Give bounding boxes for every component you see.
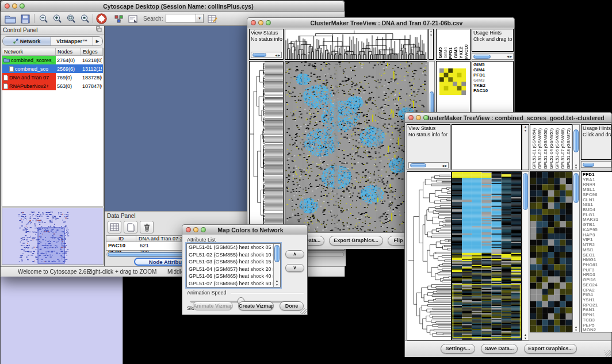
zoom-out-icon[interactable]	[37, 13, 50, 24]
zoom-button[interactable]	[423, 115, 429, 120]
network-overview[interactable]	[2, 208, 104, 265]
title-bar[interactable]: Cytoscape Desktop (Session Name: collins…	[1, 1, 345, 12]
view-status-text: No status info for	[250, 36, 283, 42]
horizontal-scrollbar[interactable]: ◀▶	[251, 52, 282, 58]
attribute-item[interactable]: GPL51-02 (GSM855) heat shock 10 min	[187, 251, 280, 259]
vertical-scrollbar[interactable]: ▲▼	[572, 171, 580, 332]
zoom-selected-icon[interactable]	[79, 13, 91, 24]
minimize-button[interactable]	[193, 227, 198, 232]
settings-button[interactable]: Settings...	[441, 344, 475, 354]
help-icon[interactable]	[95, 13, 108, 24]
array-labels: GPL51-01 (GSM854)GPL51-02 (GSM855)GPL51-…	[530, 124, 572, 170]
scrollbar-thumb[interactable]	[573, 173, 579, 203]
map-colors-dialog: Map Colors to Network Attribute List GPL…	[182, 224, 308, 315]
close-button[interactable]	[186, 227, 191, 232]
close-button[interactable]	[5, 3, 10, 9]
tab-network[interactable]: Network	[3, 37, 51, 45]
scrollbar-thumb[interactable]	[583, 163, 594, 167]
attribute-item[interactable]: GPL51-03 (GSM856) heat shock 15 min	[187, 258, 280, 266]
scroll-up-icon[interactable]: ▲	[276, 279, 278, 282]
network-row[interactable]: combined_scores_ 2764(0) 16218(0)	[2, 56, 103, 64]
view-status-panel: View Status No status info for ◀▶	[249, 29, 284, 60]
zoom-fit-icon[interactable]	[65, 13, 78, 24]
move-down-button[interactable]: ∨	[285, 264, 304, 272]
column-dendrogram[interactable]	[452, 124, 522, 170]
mini-scrollbar[interactable]: ▲▼	[522, 124, 529, 170]
scrollbar-thumb[interactable]	[523, 173, 528, 210]
attribute-browser-icon[interactable]	[206, 13, 219, 24]
network-row-selected[interactable]: combined_sco 2569(6) 13112(15)	[2, 64, 103, 73]
close-button[interactable]	[251, 20, 256, 25]
delete-attribute-icon[interactable]	[140, 221, 154, 233]
resize-grip[interactable]	[605, 350, 611, 357]
float-panel-icon[interactable]	[96, 26, 102, 33]
array-label: GPL51-01 (GSM854)	[531, 128, 537, 169]
row-dendrogram[interactable]	[249, 61, 284, 232]
scrollbar-thumb[interactable]	[253, 53, 266, 57]
search-input[interactable]: ▼	[166, 14, 204, 23]
zoom-heatmap[interactable]	[530, 171, 572, 332]
export-graphics-button[interactable]: Export Graphics...	[329, 236, 383, 246]
new-attribute-icon[interactable]	[124, 221, 137, 233]
vertical-scrollbar[interactable]: ▲▼	[273, 244, 280, 287]
attribute-item[interactable]: GPL51-01 (GSM854) heat shock 05 min	[187, 244, 280, 251]
search-field[interactable]	[166, 14, 196, 22]
zoom-heatmap[interactable]	[439, 68, 466, 95]
export-graphics-button[interactable]: Export Graphics...	[524, 344, 577, 354]
zoom-in-icon[interactable]	[51, 13, 64, 24]
scrollbar-thumb[interactable]	[274, 245, 280, 262]
animate-vizmap-button[interactable]: Animate Vizmap	[193, 301, 233, 311]
scroll-right-icon[interactable]: ▶	[278, 53, 281, 57]
scroll-down-icon[interactable]: ▼	[276, 283, 278, 286]
title-bar[interactable]: ClusterMaker TreeView : DNA and Tran 07-…	[247, 17, 515, 28]
title-bar[interactable]: Map Colors to Network	[182, 224, 308, 235]
global-heatmap[interactable]	[452, 171, 522, 340]
annotation-icon[interactable]	[127, 13, 140, 24]
attribute-item[interactable]: GPL51-04 (GSM857) heat shock 20 min	[187, 266, 280, 273]
close-button[interactable]	[408, 115, 414, 120]
column-dendrogram[interactable]	[285, 29, 427, 60]
minimize-button[interactable]	[258, 20, 263, 25]
tab-overflow-icon[interactable]: ▶	[93, 37, 102, 45]
network-row[interactable]: RNAPuberNov2+ 563(0) 107847(0)	[2, 82, 103, 90]
scroll-down-icon[interactable]: ▼	[575, 166, 577, 170]
attribute-item[interactable]: GPL51-06 (GSM865) heat shock 40 min	[187, 273, 280, 280]
horizontal-scrollbar[interactable]: ◀▶	[472, 53, 514, 60]
mini-scrollbar[interactable]: ▲▼	[429, 29, 434, 60]
open-icon[interactable]	[4, 13, 17, 24]
attribute-select-icon[interactable]	[108, 221, 121, 233]
save-data-button[interactable]: Save Data...	[481, 344, 518, 354]
scrollbar-thumb[interactable]	[410, 163, 426, 167]
document-icon	[3, 75, 8, 81]
network-list-header[interactable]: Network Nodes Edges	[2, 48, 103, 56]
vizmapper-icon[interactable]	[112, 13, 125, 24]
minimize-button[interactable]	[12, 3, 17, 9]
zoom-button[interactable]	[266, 20, 271, 25]
attribute-item[interactable]: GPL51-07 (GSM868) heat shock 60 min	[187, 280, 280, 288]
usage-hints-text: Click and drag to	[472, 36, 513, 42]
row-dendrogram[interactable]	[407, 171, 452, 340]
scrollbar-thumb[interactable]	[473, 55, 491, 59]
attribute-listbox[interactable]: GPL51-01 (GSM854) heat shock 05 minGPL51…	[186, 243, 281, 288]
search-dropdown-icon[interactable]: ▼	[196, 14, 203, 22]
minimize-button[interactable]	[416, 115, 421, 120]
scroll-right-icon[interactable]: ▶	[445, 164, 447, 167]
vertical-scrollbar[interactable]: ▲▼	[522, 171, 529, 340]
horizontal-scrollbar[interactable]: ◀▶	[408, 162, 449, 168]
resize-grip[interactable]	[300, 308, 307, 314]
move-up-button[interactable]: ∧	[285, 250, 304, 258]
scroll-down-icon[interactable]: ▼	[575, 328, 577, 332]
title-bar[interactable]: ClusterMaker TreeView : combined_scores_…	[404, 112, 612, 123]
zoom-button[interactable]	[20, 3, 25, 9]
scroll-right-icon[interactable]: ▶	[510, 55, 512, 58]
horizontal-scrollbar[interactable]	[581, 161, 611, 168]
create-vizmap-button[interactable]: Create Vizmap	[238, 301, 274, 311]
network-row[interactable]: DNA and Tran 07 769(0) 183728(0)	[2, 73, 103, 82]
array-label: GPL51-07 (GSM868)	[560, 128, 566, 169]
scroll-down-icon[interactable]: ▼	[524, 336, 527, 340]
zoom-button[interactable]	[201, 227, 206, 232]
vertical-scrollbar[interactable]: ▲▼	[572, 124, 580, 170]
save-icon[interactable]	[19, 13, 32, 24]
scrollbar-thumb[interactable]	[573, 129, 579, 152]
tab-vizmapper[interactable]: VizMapper™	[51, 37, 93, 45]
